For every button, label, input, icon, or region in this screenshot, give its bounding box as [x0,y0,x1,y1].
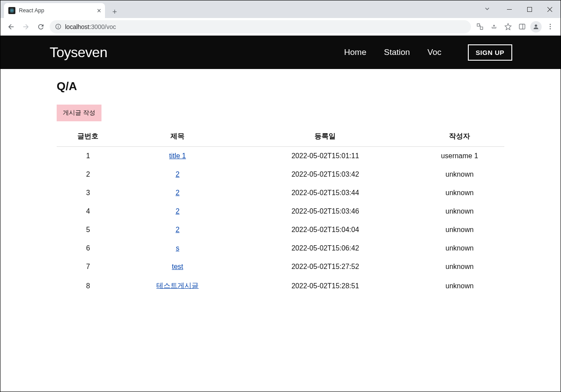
table-row: 7test2022-05-02T15:27:52unknown [57,258,504,276]
post-link[interactable]: s [176,244,179,252]
page-title: Q/A [57,80,504,93]
svg-point-12 [550,26,551,27]
cell-date: 2022-05-02T15:03:42 [236,165,415,184]
table-header-row: 글번호 제목 등록일 작성자 [57,127,504,147]
cell-date: 2022-05-02T15:27:52 [236,258,415,276]
qa-table: 글번호 제목 등록일 작성자 1title 12022-05-02T15:01:… [57,127,504,296]
bookmark-icon[interactable] [502,21,514,33]
profile-avatar[interactable] [530,21,542,33]
table-row: 522022-05-02T15:04:04unknown [57,221,504,239]
cell-author: unknown [415,239,504,258]
cell-author: unknown [415,258,504,276]
table-row: 1title 12022-05-02T15:01:11username 1 [57,147,504,166]
col-header-author: 작성자 [415,127,504,147]
forward-button[interactable] [20,21,32,33]
translate-icon[interactable] [474,21,486,33]
svg-point-10 [535,24,537,26]
url-text: localhost:3000/voc [65,23,116,30]
post-link[interactable]: 2 [176,171,180,178]
cell-date: 2022-05-02T15:01:11 [236,147,415,166]
cell-no: 2 [57,165,119,184]
page-body: Q/A 게시글 작성 글번호 제목 등록일 작성자 1title 12022-0… [0,69,561,306]
new-tab-button[interactable]: + [109,6,121,18]
table-row: 422022-05-02T15:03:46unknown [57,202,504,221]
cell-author: unknown [415,165,504,184]
cell-title: 2 [119,202,236,221]
cell-date: 2022-05-02T15:03:46 [236,202,415,221]
back-button[interactable] [5,21,17,33]
site-info-icon[interactable] [55,23,62,30]
table-row: 8테스트게시글2022-05-02T15:28:51unknown [57,276,504,296]
tab-title: React App [19,7,44,14]
app-content: Toyseven Home Station Voc SIGN UP Q/A 게시… [0,36,561,392]
col-header-no: 글번호 [57,127,119,147]
nav-link-home[interactable]: Home [344,47,366,57]
write-post-button[interactable]: 게시글 작성 [57,105,101,121]
close-tab-button[interactable]: ✕ [97,7,101,14]
cell-title: title 1 [119,147,236,166]
post-link[interactable]: 2 [176,226,180,233]
svg-rect-8 [519,24,525,29]
signup-button[interactable]: SIGN UP [468,44,512,61]
cell-no: 8 [57,276,119,296]
cell-date: 2022-05-02T15:06:42 [236,239,415,258]
col-header-date: 등록일 [236,127,415,147]
cell-no: 7 [57,258,119,276]
browser-chrome: React App ✕ + localhost:3000/voc [0,0,561,36]
cell-title: test [119,258,236,276]
cell-no: 3 [57,184,119,202]
share-icon[interactable] [488,21,500,33]
cell-title: 2 [119,221,236,239]
window-minimize-button[interactable] [502,3,517,15]
browser-tab[interactable]: React App ✕ [4,3,105,18]
table-row: 222022-05-02T15:03:42unknown [57,165,504,184]
post-link[interactable]: test [172,263,183,270]
cell-author: unknown [415,184,504,202]
svg-rect-6 [58,26,58,28]
cell-author: unknown [415,202,504,221]
app-navbar: Toyseven Home Station Voc SIGN UP [0,36,561,69]
post-link[interactable]: title 1 [169,152,186,160]
cell-title: 2 [119,184,236,202]
cell-author: unknown [415,221,504,239]
table-row: 6s2022-05-02T15:06:42unknown [57,239,504,258]
cell-no: 1 [57,147,119,166]
cell-title: s [119,239,236,258]
col-header-title: 제목 [119,127,236,147]
tab-search-button[interactable] [484,6,490,14]
cell-date: 2022-05-02T15:03:44 [236,184,415,202]
kebab-menu-icon[interactable] [544,21,556,33]
nav-link-station[interactable]: Station [384,47,410,57]
cell-title: 2 [119,165,236,184]
cell-title: 테스트게시글 [119,276,236,296]
cell-date: 2022-05-02T15:28:51 [236,276,415,296]
svg-rect-7 [58,25,58,25]
svg-point-13 [550,28,551,29]
window-close-button[interactable] [542,3,557,15]
cell-no: 6 [57,239,119,258]
react-favicon-icon [8,7,15,14]
address-bar[interactable]: localhost:3000/voc [50,20,471,33]
brand-logo[interactable]: Toyseven [50,44,107,61]
nav-link-voc[interactable]: Voc [427,47,442,57]
cell-no: 5 [57,221,119,239]
post-link[interactable]: 테스트게시글 [156,282,199,289]
window-maximize-button[interactable] [522,3,537,15]
svg-point-1 [11,10,12,11]
table-row: 322022-05-02T15:03:44unknown [57,184,504,202]
post-link[interactable]: 2 [176,189,180,196]
post-link[interactable]: 2 [176,207,180,215]
svg-point-11 [550,24,551,25]
cell-no: 4 [57,202,119,221]
cell-date: 2022-05-02T15:04:04 [236,221,415,239]
side-panel-icon[interactable] [516,21,528,33]
cell-author: unknown [415,276,504,296]
cell-author: username 1 [415,147,504,166]
reload-button[interactable] [35,21,47,33]
svg-rect-0 [527,7,532,11]
